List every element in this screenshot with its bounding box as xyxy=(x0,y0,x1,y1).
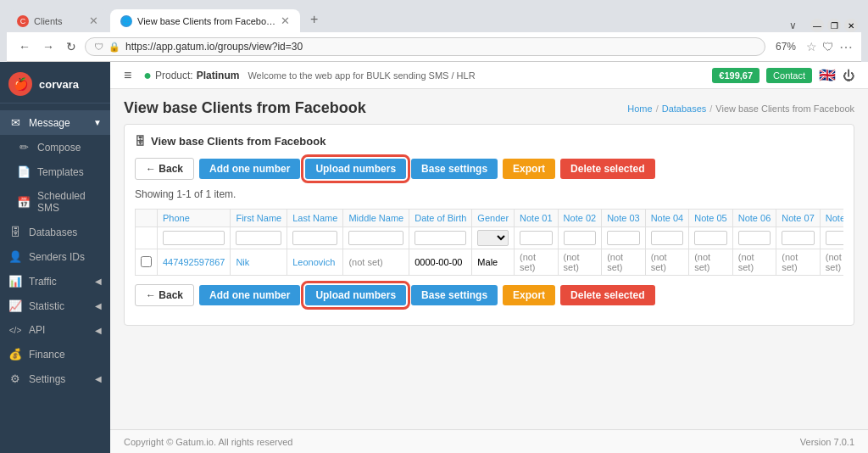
note03-value: (not set) xyxy=(607,252,623,272)
filter-note01-input[interactable] xyxy=(520,231,553,245)
sidebar-item-scheduled[interactable]: 📅 Scheduled SMS xyxy=(0,184,110,220)
address-bar[interactable]: 🛡 🔒 https://app.gatum.io/groups/view?id=… xyxy=(85,37,765,56)
col-phone: Phone xyxy=(158,210,231,227)
filter-last-name-input[interactable] xyxy=(292,231,337,245)
delete-selected-button[interactable]: Delete selected xyxy=(560,159,654,179)
forward-nav-button[interactable]: → xyxy=(39,38,58,55)
delete-selected-button-bottom[interactable]: Delete selected xyxy=(560,285,654,305)
filter-dob-input[interactable] xyxy=(415,231,466,245)
col-gender-label: Gender xyxy=(477,213,509,223)
row-checkbox-cell[interactable] xyxy=(136,249,158,276)
data-table: Phone First Name Last Name Middle Name D… xyxy=(135,209,843,276)
filter-note03[interactable] xyxy=(602,227,646,249)
back-button[interactable]: ← Back xyxy=(135,158,194,180)
breadcrumb-home[interactable]: Home xyxy=(627,103,652,114)
note08-value: (not set) xyxy=(826,252,842,272)
filter-first-name[interactable] xyxy=(231,227,287,249)
showing-text: Showing 1-1 of 1 item. xyxy=(135,188,843,200)
filter-note08-input[interactable] xyxy=(826,231,843,245)
row-middle-name: (not set) xyxy=(343,249,409,276)
tab-view-base[interactable]: 🌐 View base Clients from Facebo… ✕ xyxy=(110,9,300,32)
sidebar-item-databases[interactable]: 🗄 Databases xyxy=(0,220,110,244)
hamburger-icon[interactable]: ≡ xyxy=(124,68,131,83)
upload-numbers-button[interactable]: Upload numbers xyxy=(305,159,406,179)
breadcrumb-databases[interactable]: Databases xyxy=(662,103,707,114)
filter-gender-select[interactable]: MaleFemale xyxy=(477,230,509,246)
sidebar-item-statistic[interactable]: 📈 Statistic ◀ xyxy=(0,294,110,318)
minimize-button[interactable]: — xyxy=(810,19,824,32)
note02-value: (not set) xyxy=(564,252,580,272)
filter-phone[interactable] xyxy=(158,227,231,249)
add-one-number-button[interactable]: Add one number xyxy=(199,159,300,179)
filter-first-name-input[interactable] xyxy=(236,231,281,245)
sidebar-item-senders[interactable]: 👤 Senders IDs xyxy=(0,244,110,269)
star-icon[interactable]: ☆ xyxy=(806,40,817,53)
filter-last-name[interactable] xyxy=(287,227,343,249)
sidebar-item-finance[interactable]: 💰 Finance xyxy=(0,342,110,366)
filter-note07[interactable] xyxy=(776,227,821,249)
col-note06-label: Note 06 xyxy=(738,213,771,223)
last-name-link[interactable]: Leonovich xyxy=(292,257,335,267)
filter-note05-input[interactable] xyxy=(694,231,727,245)
contact-badge[interactable]: Contact xyxy=(766,68,812,83)
filter-note05[interactable] xyxy=(689,227,733,249)
filter-note07-input[interactable] xyxy=(782,231,815,245)
more-options-icon[interactable]: ⋯ xyxy=(839,39,853,55)
page-title: View base Clients from Facebook xyxy=(124,99,366,117)
export-button[interactable]: Export xyxy=(503,159,555,179)
new-tab-button[interactable]: + xyxy=(302,7,326,32)
restore-button[interactable]: ❐ xyxy=(827,19,841,32)
sidebar-item-templates[interactable]: 📄 Templates xyxy=(0,159,110,184)
sidebar-item-settings[interactable]: ⚙ Settings ◀ xyxy=(0,366,110,391)
tab-clients-close[interactable]: ✕ xyxy=(89,14,98,27)
base-settings-button-bottom[interactable]: Base settings xyxy=(411,285,498,305)
filter-note04[interactable] xyxy=(645,227,689,249)
breadcrumb-current: View base Clients from Facebook xyxy=(715,103,854,114)
row-note06: (not set) xyxy=(732,249,776,276)
sidebar-item-compose[interactable]: ✏ Compose xyxy=(0,135,110,159)
col-note04: Note 04 xyxy=(645,210,689,227)
message-arrow: ▼ xyxy=(93,118,102,127)
tab-view-base-close[interactable]: ✕ xyxy=(281,14,290,27)
filter-note01[interactable] xyxy=(515,227,559,249)
filter-note08[interactable] xyxy=(820,227,843,249)
row-checkbox[interactable] xyxy=(141,256,152,267)
flag-icon[interactable]: 🇬🇧 xyxy=(819,67,836,83)
reload-button[interactable]: ↻ xyxy=(63,38,80,55)
scheduled-icon: 📅 xyxy=(17,196,31,209)
phone-link[interactable]: 447492597867 xyxy=(163,257,225,267)
sidebar-item-api[interactable]: </> API ◀ xyxy=(0,318,110,342)
col-dob: Date of Birth xyxy=(409,210,472,227)
sidebar-item-traffic[interactable]: 📊 Traffic ◀ xyxy=(0,269,110,294)
base-settings-button[interactable]: Base settings xyxy=(411,159,498,179)
filter-dob[interactable] xyxy=(409,227,472,249)
back-button-bottom[interactable]: ← Back xyxy=(135,284,194,306)
filter-middle-name[interactable] xyxy=(343,227,409,249)
tab-clients[interactable]: C Clients ✕ xyxy=(7,9,108,32)
filter-middle-name-input[interactable] xyxy=(348,231,403,245)
filter-note03-input[interactable] xyxy=(607,231,640,245)
close-button[interactable]: ✕ xyxy=(844,19,858,32)
filter-note02[interactable] xyxy=(558,227,602,249)
filter-gender[interactable]: MaleFemale xyxy=(472,227,515,249)
filter-note02-input[interactable] xyxy=(564,231,597,245)
filter-note06[interactable] xyxy=(732,227,776,249)
col-note01: Note 01 xyxy=(515,210,559,227)
sidebar-item-message[interactable]: ✉ Message ▼ xyxy=(0,110,110,135)
settings-arrow: ◀ xyxy=(95,374,102,383)
add-one-number-button-bottom[interactable]: Add one number xyxy=(199,285,300,305)
filter-note06-input[interactable] xyxy=(738,231,771,245)
footer: Copyright © Gatum.io. All rights reserve… xyxy=(110,429,868,453)
back-nav-button[interactable]: ← xyxy=(15,38,34,55)
upload-numbers-button-bottom[interactable]: Upload numbers xyxy=(305,285,406,305)
action-bar-top: ← Back Add one number Upload numbers Bas… xyxy=(135,158,843,180)
first-name-link[interactable]: Nik xyxy=(236,257,249,267)
row-gender: Male xyxy=(472,249,515,276)
filter-phone-input[interactable] xyxy=(163,231,225,245)
col-note03: Note 03 xyxy=(602,210,646,227)
filter-note04-input[interactable] xyxy=(651,231,684,245)
export-button-bottom[interactable]: Export xyxy=(503,285,555,305)
traffic-icon: 📊 xyxy=(8,275,22,288)
logout-icon[interactable]: ⏻ xyxy=(843,69,854,82)
col-note08-label: Note 08 xyxy=(826,213,843,223)
